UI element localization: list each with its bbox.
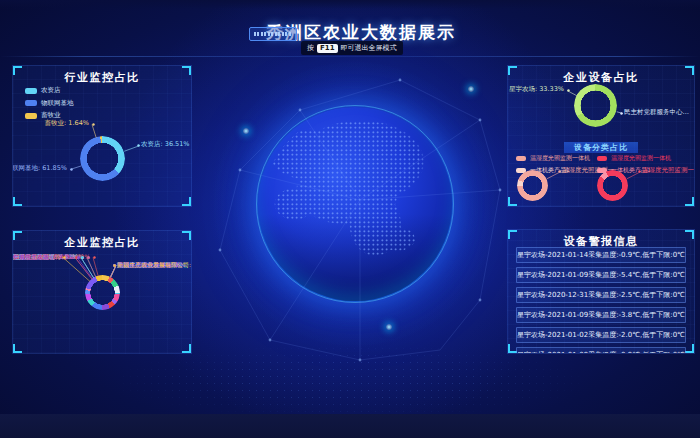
legend-swatch bbox=[25, 100, 37, 106]
panel-title: 行业监控占比 bbox=[13, 70, 191, 85]
callout-service-center: 民主村党群服务中心… bbox=[624, 109, 689, 116]
legend-swatch bbox=[516, 156, 526, 161]
legend-swatch bbox=[25, 88, 37, 94]
callout-device-right: 温湿度光照监测一… bbox=[642, 167, 695, 174]
glow-dot bbox=[386, 324, 392, 330]
panel-title: 企业监控占比 bbox=[13, 235, 191, 250]
panel-equipment-ratio: 企业设备占比 星宇农场: 33.33% 民主村党群服务中心… 设备分类占比 温湿… bbox=[507, 65, 695, 207]
footer-band bbox=[0, 414, 700, 438]
f11-key-badge: F11 bbox=[317, 44, 338, 53]
panel-industry-monitor-ratio: 行业监控占比 农资店 物联网基地 畜牧业 畜牧业: 1.64% 农资店: 36.… bbox=[12, 65, 192, 207]
legend-item: 农资店 bbox=[25, 86, 74, 95]
device-right-donut-chart bbox=[597, 170, 628, 201]
alarm-text: 星宇农场-2021-01-09采集温度:-0.9℃,低于下限:0℃ bbox=[517, 350, 685, 354]
globe bbox=[258, 107, 452, 301]
callout-store: 农资店: 36.51% bbox=[141, 141, 190, 148]
alarm-text: 星宇农场-2021-01-14采集温度:-0.9℃,低于下限:0℃ bbox=[517, 250, 685, 260]
alarm-row: 星宇农场-2021-01-14采集温度:-0.9℃,低于下限:0℃ bbox=[516, 247, 686, 263]
glow-dot bbox=[243, 128, 249, 134]
top-edge-decoration bbox=[0, 0, 700, 9]
alarm-row: 星宇农场-2020-12-31采集温度:-2.5℃,低于下限:0℃ bbox=[516, 287, 686, 303]
alarm-row: 星宇农场-2021-01-09采集温度:-0.9℃,低于下限:0℃ bbox=[516, 347, 686, 354]
legend-label: 温湿度光照监测一体机 bbox=[611, 154, 671, 163]
legend-label: 物联网基地 bbox=[41, 99, 74, 108]
alarm-text: 星宇农场-2021-01-09采集温度:-5.4℃,低于下限:0℃ bbox=[517, 270, 685, 280]
industry-donut-chart bbox=[80, 136, 125, 181]
legend-label: 农资店 bbox=[41, 86, 61, 95]
enterprise-label: 红梅园生态农业: 7.3% bbox=[13, 253, 74, 260]
panel-device-alarms: 设备警报信息 星宇农场-2021-01-14采集温度:-0.9℃,低于下限:0℃… bbox=[507, 229, 695, 354]
enterprise-label: 新颖生态农业发展有限公司: 6.87% bbox=[117, 261, 192, 268]
alarm-text: 星宇农场-2021-01-09采集温度:-3.8℃,低于下限:0℃ bbox=[517, 310, 685, 320]
hint-suffix: 即可退出全屏模式 bbox=[341, 43, 397, 53]
globe-continents bbox=[263, 112, 447, 296]
legend-item: 物联网基地 bbox=[25, 99, 74, 108]
dot-texture bbox=[120, 345, 580, 417]
device-left-donut-chart bbox=[517, 170, 548, 201]
alarm-row: 星宇农场-2021-01-09采集温度:-3.8℃,低于下限:0℃ bbox=[516, 307, 686, 323]
alarm-list: 星宇农场-2021-01-14采集温度:-0.9℃,低于下限:0℃ 星宇农场-2… bbox=[516, 247, 686, 354]
legend-item: 温湿度光照监测一体机 bbox=[516, 154, 590, 163]
alarm-row: 星宇农场-2021-01-02采集温度:-2.0℃,低于下限:0℃ bbox=[516, 327, 686, 343]
panel-enterprise-monitor-ratio: 企业监控占比 星宇农场: 6.87% 红娟蔬菜专业合作社: 4.72% 家绿纺织… bbox=[12, 230, 192, 354]
callout-farm: 星宇农场: 33.33% bbox=[509, 86, 564, 93]
callout-iot: 物联网基地: 61.85% bbox=[12, 165, 67, 172]
enterprise-donut-chart bbox=[85, 275, 120, 310]
brand-logo-badge bbox=[249, 27, 297, 41]
legend-label: 温湿度光照监测一体机 bbox=[530, 154, 590, 163]
legend-item: 温湿度光照监测一体机 bbox=[597, 154, 671, 163]
device-category-subtitle: 设备分类占比 bbox=[564, 142, 638, 153]
fullscreen-hint: 按 F11 即可退出全屏模式 bbox=[301, 41, 403, 55]
alarm-text: 星宇农场-2021-01-02采集温度:-2.0℃,低于下限:0℃ bbox=[517, 330, 685, 340]
glow-dot bbox=[468, 86, 474, 92]
alarm-row: 星宇农场-2021-01-09采集温度:-5.4℃,低于下限:0℃ bbox=[516, 267, 686, 283]
legend-swatch bbox=[597, 156, 607, 161]
callout-livestock: 畜牧业: 1.64% bbox=[45, 120, 89, 127]
equipment-donut-chart bbox=[574, 84, 617, 127]
alarm-text: 星宇农场-2020-12-31采集温度:-2.5℃,低于下限:0℃ bbox=[517, 290, 685, 300]
hint-prefix: 按 bbox=[307, 43, 314, 53]
panel-title: 企业设备占比 bbox=[508, 70, 694, 85]
industry-legend: 农资店 物联网基地 畜牧业 bbox=[25, 86, 74, 120]
legend-swatch bbox=[25, 113, 37, 119]
